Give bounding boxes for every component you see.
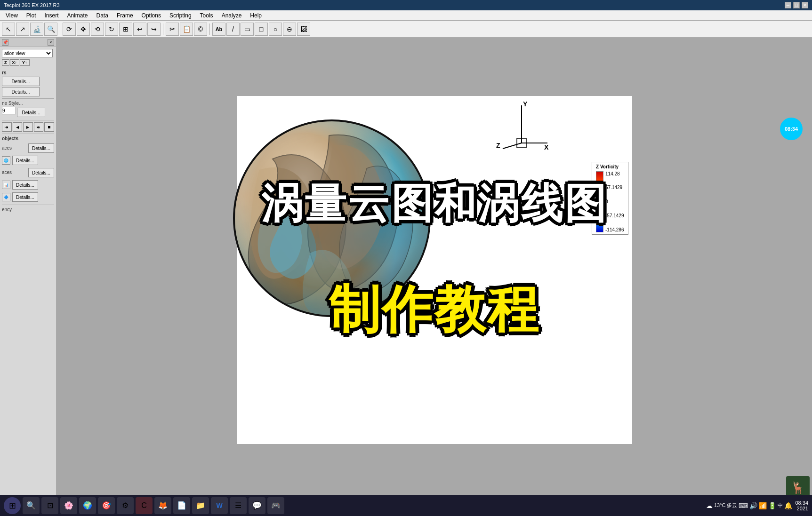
menu-data[interactable]: Data [93, 11, 112, 20]
taskbar-flower[interactable]: 🌸 [60, 497, 77, 514]
taskbar-game[interactable]: 🎮 [267, 497, 284, 514]
obj5-icon: 🔷 [2, 193, 10, 201]
canvas-area: Y X Z Z Vorticity 114.28 57.1429 [56, 38, 812, 502]
taskbar-chat[interactable]: 💬 [249, 497, 265, 514]
taskbar-pdf[interactable]: 📄 [173, 497, 190, 514]
taskbar-task-view[interactable]: ⊡ [41, 497, 58, 514]
separator2 [163, 24, 163, 35]
clock-year: 2021 [795, 506, 808, 511]
toolbar-circle[interactable]: ○ [269, 23, 282, 36]
freq-label: ency [2, 207, 54, 212]
panel-content: ation view Z X↑ Y↑ rs Details... Details… [0, 47, 56, 215]
toolbar-zoom[interactable]: 🔍 [44, 23, 57, 36]
start-button[interactable]: ⊞ [4, 497, 21, 514]
menu-animate[interactable]: Animate [64, 11, 92, 20]
toolbar-undo[interactable]: ↩ [133, 23, 146, 36]
taskbar-edge[interactable]: 🌍 [79, 497, 96, 514]
timer-indicator: 08:34 [780, 118, 803, 140]
style-input[interactable] [2, 107, 16, 114]
obj2-details[interactable]: Details... [12, 156, 38, 165]
panel-close[interactable]: × [48, 39, 54, 46]
toolbar-translate[interactable]: ✥ [77, 23, 90, 36]
obj-row-4: 📊 Details... [2, 179, 54, 191]
close-button[interactable]: ✕ [802, 2, 808, 8]
menu-insert[interactable]: Insert [40, 11, 62, 20]
battery-icon[interactable]: 🔋 [768, 502, 776, 509]
legend-title: Z Vorticity [596, 164, 624, 169]
menu-bar: View Plot Insert Animate Data Frame Opti… [0, 10, 812, 21]
svg-text:Z: Z [496, 142, 500, 149]
minimize-button[interactable]: ─ [785, 2, 791, 8]
play-back-start[interactable]: ⏮ [2, 122, 12, 132]
obj3-details[interactable]: Details... [28, 168, 54, 177]
legend-val-5: -114.286 [605, 227, 624, 232]
play-stop[interactable]: ⏹ [44, 122, 54, 132]
toolbar-image[interactable]: 🖼 [297, 23, 310, 36]
taskbar-store[interactable]: 🎯 [98, 497, 115, 514]
toolbar-square[interactable]: □ [255, 23, 268, 36]
menu-scripting[interactable]: Scripting [166, 11, 195, 20]
obj1-details[interactable]: Details... [28, 143, 54, 153]
nav-xy[interactable]: Z [2, 59, 9, 66]
menu-frame[interactable]: Frame [113, 11, 137, 20]
toolbar-orbit[interactable]: ⟲ [91, 23, 104, 36]
taskbar-settings[interactable]: ⚙ [117, 497, 134, 514]
toolbar-select[interactable]: ↖ [2, 23, 15, 36]
obj-row-5: 🔷 Details... [2, 191, 54, 203]
obj5-details[interactable]: Details... [12, 192, 38, 202]
divider1 [2, 68, 54, 68]
notification-bell[interactable]: 🔔 [784, 502, 792, 509]
nav-xz[interactable]: X↑ [10, 59, 20, 66]
toolbar-cut[interactable]: ✂ [166, 23, 179, 36]
keyboard-icon[interactable]: ⌨ [739, 502, 748, 509]
toolbar-rect[interactable]: ▭ [241, 23, 254, 36]
network-icon[interactable]: 📶 [759, 502, 767, 509]
taskbar-clock: 08:34 2021 [795, 500, 808, 511]
menu-plot[interactable]: Plot [23, 11, 40, 20]
taskbar-word[interactable]: W [211, 497, 228, 514]
toolbar-redo[interactable]: ↪ [147, 23, 161, 36]
window-title: Tecplot 360 EX 2017 R3 [4, 2, 60, 8]
window-controls: ─ □ ✕ [785, 2, 808, 8]
playback-controls: ⏮ ◀ ▶ ⏭ ⏹ [2, 122, 54, 132]
details-btn-2[interactable]: Details... [2, 87, 40, 96]
clock-time: 08:34 [795, 500, 808, 506]
details-btn-3[interactable]: Details... [17, 108, 45, 117]
maximize-button[interactable]: □ [793, 2, 800, 8]
toolbar-paste[interactable]: 📋 [180, 23, 193, 36]
obj1-label: aces [2, 145, 12, 151]
toolbar-text[interactable]: Ab [212, 23, 225, 36]
taskbar-files[interactable]: 📁 [192, 497, 209, 514]
panel-header: 📌 × [0, 38, 56, 47]
obj4-details[interactable]: Details... [12, 180, 38, 190]
details-btn-1[interactable]: Details... [2, 77, 40, 86]
panel-pin[interactable]: 📌 [2, 39, 8, 46]
menu-analyze[interactable]: Analyze [218, 11, 246, 20]
toolbar-line[interactable]: / [226, 23, 240, 36]
toolbar-fit[interactable]: ⊞ [119, 23, 132, 36]
play-forward[interactable]: ▶ [23, 122, 33, 132]
play-back[interactable]: ◀ [13, 122, 23, 132]
weather-icon: ☁ [706, 502, 713, 509]
toolbar-arrow[interactable]: ↗ [16, 23, 29, 36]
taskbar-firefox[interactable]: 🦊 [154, 497, 171, 514]
separator3 [209, 24, 210, 35]
toolbar-roll[interactable]: ↻ [105, 23, 118, 36]
taskbar-app1[interactable]: C [136, 497, 153, 514]
divider4 [2, 134, 54, 134]
speaker-icon[interactable]: 🔊 [749, 502, 757, 509]
toolbar-copy[interactable]: © [194, 23, 207, 36]
menu-view[interactable]: View [2, 11, 22, 20]
view-dropdown[interactable]: ation view [2, 49, 53, 57]
menu-tools[interactable]: Tools [196, 11, 217, 20]
toolbar-probe[interactable]: 🔬 [30, 23, 43, 36]
play-forward-end[interactable]: ⏭ [34, 122, 44, 132]
taskbar-app2[interactable]: ☰ [230, 497, 247, 514]
toolbar-rotate[interactable]: ⟳ [63, 23, 76, 36]
taskbar-search[interactable]: 🔍 [23, 497, 40, 514]
menu-options[interactable]: Options [138, 11, 165, 20]
menu-help[interactable]: Help [246, 11, 265, 20]
lang-indicator[interactable]: 中 [778, 502, 783, 509]
toolbar-ellipse[interactable]: ⊖ [283, 23, 296, 36]
nav-icons[interactable]: Y↑ [20, 59, 30, 66]
